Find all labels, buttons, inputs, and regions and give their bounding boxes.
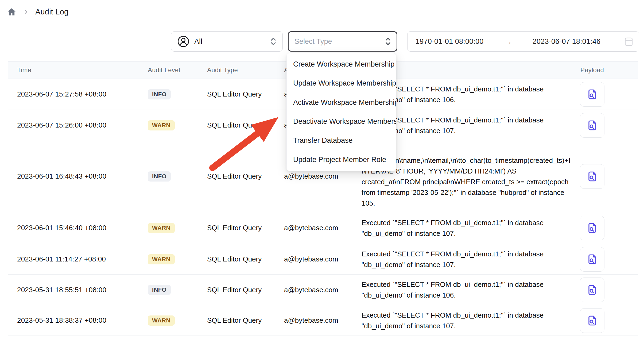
cell-time: 2023-06-01 16:48:43 +08:00 (8, 172, 148, 180)
type-filter-dropdown-menu: Create Workspace Membership Update Works… (286, 53, 396, 171)
cell-comment: Executed `"SELECT * FROM db_ui_demo.t1;"… (362, 307, 578, 334)
calendar-icon (624, 37, 633, 46)
cell-audit-type: SQL Editor Query (207, 172, 284, 180)
table-row: 2023-05-31 18:38:37 +08:00 WARN SQL Edit… (8, 305, 638, 336)
menu-item-transfer-database[interactable]: Transfer Database (287, 131, 396, 150)
chevron-right-icon (23, 9, 29, 15)
view-payload-button[interactable] (580, 308, 604, 333)
cell-time: 2023-06-01 11:14:27 +08:00 (8, 255, 148, 263)
cell-time: 2023-06-07 15:27:58 +08:00 (8, 90, 148, 98)
audit-level-badge: WARN (148, 120, 175, 130)
table-row: 2023-06-01 15:46:40 +08:00 WARN SQL Edit… (8, 212, 638, 244)
date-range-start[interactable]: 1970-01-01 08:00:00 (416, 37, 484, 46)
date-range-end[interactable]: 2023-06-07 18:01:46 (533, 37, 601, 46)
document-search-icon (586, 170, 599, 183)
cell-time: 2023-05-31 18:55:51 +08:00 (8, 286, 148, 294)
cell-actor: a@bytebase.com (284, 255, 362, 263)
cell-actor: a@bytebase.com (284, 286, 362, 294)
document-search-icon (586, 314, 599, 327)
document-search-icon (586, 88, 599, 101)
col-header-audit-level: Audit Level (148, 66, 207, 74)
cell-actor: a@bytebase.com (284, 224, 362, 232)
view-payload-button[interactable] (580, 278, 604, 302)
view-payload-button[interactable] (580, 82, 604, 107)
cell-time: 2023-05-31 18:38:37 +08:00 (8, 316, 148, 325)
audit-level-badge: WARN (148, 254, 175, 264)
document-search-icon (586, 253, 599, 266)
cell-time: 2023-06-01 15:46:40 +08:00 (8, 224, 148, 232)
cell-audit-type: SQL Editor Query (207, 224, 284, 232)
document-search-icon (586, 283, 599, 296)
audit-level-badge: INFO (148, 285, 171, 295)
menu-item-activate-workspace-member[interactable]: Activate Workspace Membership (287, 93, 396, 112)
chevron-up-down-icon (270, 37, 277, 46)
menu-item-create-workspace-member[interactable]: Create Workspace Membership (287, 55, 396, 74)
home-icon[interactable] (7, 7, 17, 17)
user-circle-icon (177, 35, 189, 48)
cell-time: 2023-06-07 15:26:00 +08:00 (8, 121, 148, 129)
audit-level-badge: WARN (148, 315, 175, 326)
actor-filter-select[interactable]: All (171, 31, 283, 52)
menu-item-update-workspace-member[interactable]: Update Workspace Membership (287, 74, 396, 93)
table-row-partial (8, 336, 638, 339)
cell-audit-type: SQL Editor Query (207, 90, 284, 98)
document-search-icon (586, 222, 599, 234)
date-range-picker[interactable]: 1970-01-01 08:00:00 → 2023-06-07 18:01:4… (407, 31, 639, 52)
view-payload-button[interactable] (580, 164, 604, 189)
cell-comment: Executed `"SELECT * FROM db_ui_demo.t1;"… (362, 276, 578, 304)
view-payload-button[interactable] (580, 247, 604, 272)
cell-actor: a@bytebase.com (284, 172, 362, 180)
document-search-icon (586, 119, 599, 132)
view-payload-button[interactable] (580, 113, 604, 138)
cell-audit-type: SQL Editor Query (207, 286, 284, 294)
table-row: 2023-06-01 11:14:27 +08:00 WARN SQL Edit… (8, 244, 638, 275)
type-filter-placeholder: Select Type (294, 37, 384, 46)
col-header-time: Time (8, 66, 148, 74)
breadcrumb: Audit Log (7, 7, 68, 17)
audit-level-badge: WARN (148, 223, 175, 233)
cell-actor: a@bytebase.com (284, 316, 362, 325)
view-payload-button[interactable] (580, 216, 604, 240)
cell-audit-type: SQL Editor Query (207, 121, 284, 129)
menu-item-update-project-member-role[interactable]: Update Project Member Role (287, 150, 396, 169)
col-header-payload: Payload (578, 66, 638, 74)
cell-comment: Executed `"SELECT * FROM db_ui_demo.t1;"… (362, 214, 578, 242)
cell-comment: Executed `"SELECT * FROM db_ui_demo.t1;"… (362, 245, 578, 273)
cell-audit-type: SQL Editor Query (207, 255, 284, 263)
audit-level-badge: INFO (148, 89, 171, 99)
col-header-audit-type: Audit Type (207, 66, 284, 74)
menu-item-deactivate-workspace-member[interactable]: Deactivate Workspace Membership (287, 112, 396, 131)
cell-audit-type: SQL Editor Query (207, 316, 284, 325)
page-title: Audit Log (35, 7, 68, 16)
table-row: 2023-05-31 18:55:51 +08:00 INFO SQL Edit… (8, 275, 638, 305)
chevron-up-down-icon (384, 37, 392, 46)
type-filter-select[interactable]: Select Type (288, 31, 397, 52)
arrow-right-icon: → (501, 37, 515, 47)
actor-filter-value: All (194, 37, 270, 46)
audit-level-badge: INFO (148, 171, 171, 182)
